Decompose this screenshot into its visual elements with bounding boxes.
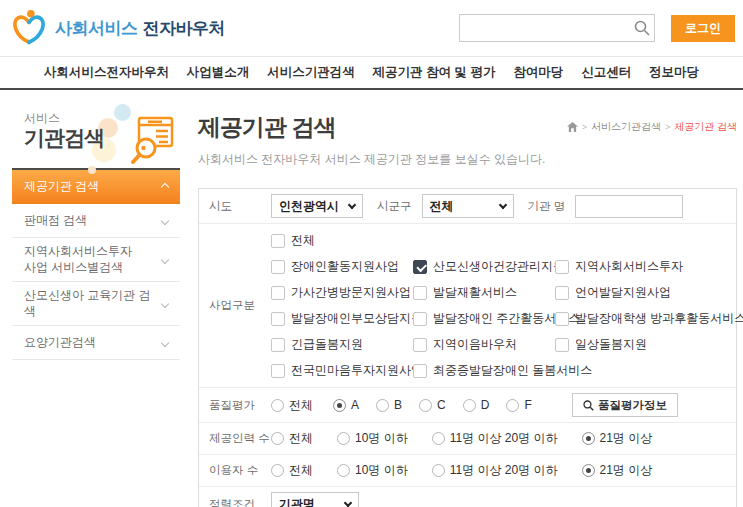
radio-label: 10명 이하 [355, 430, 408, 447]
main: 제공기관 검색 > 서비스기관검색 > 제공기관 검색 사회서비스 전자바우처 … [198, 104, 737, 507]
sidebar-item-label: 판매점 검색 [24, 213, 87, 229]
sidebar-item-label: 제공기관 검색 [24, 179, 99, 195]
nav-item-business-intro[interactable]: 사업별소개 [187, 64, 250, 81]
org-name-input[interactable] [575, 195, 683, 218]
radio-circle [337, 464, 350, 477]
chevron-down-icon [161, 216, 169, 224]
sort-select-value: 기관명 [279, 496, 315, 507]
radio-label: A [351, 398, 359, 412]
nav-item-org-search[interactable]: 서비스기관검색 [267, 64, 355, 81]
radio-quality-d[interactable]: D [463, 398, 490, 412]
radio-circle [271, 464, 284, 477]
search-icon [634, 20, 650, 36]
sidebar: 서비스 기관검색 제공기관 검색 [12, 104, 180, 507]
checkbox-severe-dev-disability-care[interactable]: 최중증발달장애인 돌봄서비스 [413, 362, 555, 379]
radio-label: 10명 이하 [355, 462, 408, 479]
checkbox-all[interactable]: 전체 [271, 232, 743, 249]
sidebar-item-maternal-education-search[interactable]: 산모신생아 교육기관 검색 [12, 282, 180, 326]
radio-quality-c[interactable]: C [419, 398, 446, 412]
search-input[interactable] [460, 16, 627, 40]
checkbox-label: 발달장애학생 방과후활동서비스 [575, 310, 743, 327]
page-title: 제공기관 검색 [198, 112, 335, 143]
checkbox-community-service-invest[interactable]: 지역사회서비스투자 [555, 258, 743, 275]
logo[interactable]: 사회서비스 전자바우처 [10, 9, 225, 47]
district-select[interactable]: 전체 [422, 194, 514, 218]
radio-quality-b[interactable]: B [376, 398, 402, 412]
search-box [459, 14, 655, 42]
radio-circle [271, 432, 284, 445]
org-name-label: 기관 명 [528, 199, 566, 214]
radio-circle [432, 432, 445, 445]
user-count-row: 이용자 수 전체 10명 이하 11명 이상 20명 이하 21명 이상 [199, 455, 736, 487]
nav-item-participation[interactable]: 참여마당 [513, 64, 563, 81]
radio-staff-over-21[interactable]: 21명 이상 [582, 430, 653, 447]
home-icon[interactable] [567, 122, 578, 132]
radio-label: 21명 이상 [600, 462, 653, 479]
checkbox-dev-disability-day-activity[interactable]: 발달장애인 주간활동서비스 [413, 310, 555, 327]
nav-item-provider-eval[interactable]: 제공기관 참여 및 평가 [373, 64, 496, 81]
checkbox-dev-rehab-service[interactable]: 발달재활서비스 [413, 284, 555, 301]
checkbox-label: 언어발달지원사업 [575, 284, 671, 301]
checkbox-box [271, 260, 285, 274]
region-label: 시도 [209, 199, 271, 214]
quality-info-button[interactable]: 품질평가정보 [572, 393, 678, 417]
radio-staff-all[interactable]: 전체 [271, 430, 313, 447]
radio-staff-under-10[interactable]: 10명 이하 [337, 430, 408, 447]
sidebar-item-store-search[interactable]: 판매점 검색 [12, 204, 180, 238]
radio-label: 11명 이상 20명 이하 [450, 462, 558, 479]
nav-item-info[interactable]: 정보마당 [649, 64, 699, 81]
radio-quality-all[interactable]: 전체 [271, 397, 313, 414]
radio-quality-f[interactable]: F [506, 398, 531, 412]
checkbox-maternal-newborn-health[interactable]: 산모신생아건강관리지원 [413, 258, 555, 275]
radio-quality-a[interactable]: A [333, 398, 359, 412]
business-category-label: 사업구분 [209, 298, 271, 313]
quality-radio-group: 전체 A B C D F 품질평가정보 [271, 393, 726, 417]
checkbox-language-dev-support[interactable]: 언어발달지원사업 [555, 284, 743, 301]
sidebar-item-provider-search[interactable]: 제공기관 검색 [12, 170, 180, 204]
checkbox-daily-care-support[interactable]: 일상돌봄지원 [555, 336, 743, 353]
chevron-down-icon [498, 200, 506, 208]
decor-bubble [88, 166, 96, 174]
quality-row: 품질평가 전체 A B C D F 품질평가정보 [199, 388, 736, 423]
quality-label: 품질평가 [209, 398, 271, 413]
login-button[interactable]: 로그인 [671, 15, 735, 42]
business-checkbox-grid: 전체 장애인활동지원사업 산모신생아건강관리지원 지역사회서비스투자 가사간병방… [271, 232, 743, 379]
radio-users-all[interactable]: 전체 [271, 462, 313, 479]
sort-select[interactable]: 기관명 [271, 492, 359, 507]
checkbox-label: 일상돌봄지원 [575, 336, 647, 353]
chevron-up-icon [161, 182, 169, 190]
radio-circle-selected [333, 399, 346, 412]
checkbox-dev-disability-parent-counsel[interactable]: 발달장애인부모상담지원 [271, 310, 413, 327]
checkbox-emergency-care[interactable]: 긴급돌봄지원 [271, 336, 413, 353]
nav-item-voucher-home[interactable]: 사회서비스전자바우처 [44, 64, 169, 81]
checkbox-box [271, 286, 285, 300]
radio-label: D [481, 398, 490, 412]
checkbox-region-ieum-voucher[interactable]: 지역이음바우처 [413, 336, 555, 353]
quality-info-button-label: 품질평가정보 [598, 398, 667, 413]
radio-users-11-to-20[interactable]: 11명 이상 20명 이하 [432, 462, 558, 479]
checkbox-national-mind-invest[interactable]: 전국민마음투자지원사업 [271, 362, 413, 379]
radio-circle [506, 399, 519, 412]
checkbox-box [555, 260, 569, 274]
nav-item-report-center[interactable]: 신고센터 [581, 64, 631, 81]
sidebar-item-community-service-search[interactable]: 지역사회서비스투자사업 서비스별검색 [12, 238, 180, 282]
users-radio-group: 전체 10명 이하 11명 이상 20명 이하 21명 이상 [271, 462, 726, 479]
checkbox-home-care-visit[interactable]: 가사간병방문지원사업 [271, 284, 413, 301]
radio-staff-11-to-20[interactable]: 11명 이상 20명 이하 [432, 430, 558, 447]
radio-users-under-10[interactable]: 10명 이하 [337, 462, 408, 479]
chevron-down-icon [161, 300, 169, 308]
region-select[interactable]: 인천광역시 [271, 194, 363, 218]
radio-users-over-21[interactable]: 21명 이상 [582, 462, 653, 479]
breadcrumb-separator: > [582, 122, 587, 132]
checkbox-dev-disability-afterschool[interactable]: 발달장애학생 방과후활동서비스 [555, 310, 743, 327]
search-button[interactable] [627, 20, 657, 36]
sidebar-item-care-org-search[interactable]: 요양기관검색 [12, 326, 180, 360]
user-count-label: 이용자 수 [209, 463, 271, 478]
radio-label: 전체 [289, 430, 313, 447]
breadcrumb-item[interactable]: 서비스기관검색 [591, 120, 661, 134]
radio-label: 전체 [289, 397, 313, 414]
region-row: 시도 인천광역시 시군구 전체 기관 명 [199, 189, 736, 224]
checkbox-box [413, 312, 427, 326]
checkbox-box [555, 312, 569, 326]
checkbox-disabled-activity-support[interactable]: 장애인활동지원사업 [271, 258, 413, 275]
